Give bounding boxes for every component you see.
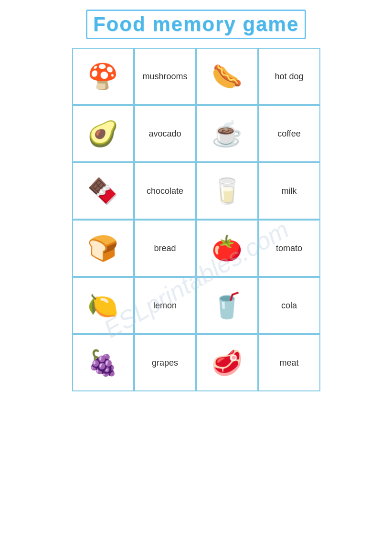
food-label-tomato: tomato	[276, 243, 302, 253]
card-4-3: cola	[258, 277, 320, 334]
card-1-3: coffee	[258, 105, 320, 162]
food-label-bread: bread	[154, 243, 176, 253]
card-3-3: tomato	[258, 220, 320, 277]
food-image-coffee: ☕	[208, 115, 246, 153]
food-image-hot-dog: 🌭	[208, 57, 246, 95]
food-emoji-coffee: ☕	[212, 121, 243, 146]
card-3-2: 🍅	[196, 220, 258, 277]
food-emoji-grapes: 🍇	[87, 350, 118, 375]
card-2-1: chocolate	[134, 162, 196, 220]
card-0-2: 🌭	[196, 48, 258, 105]
card-3-0: 🍞	[72, 220, 134, 277]
card-4-2: 🥤	[196, 277, 258, 334]
food-emoji-meat: 🥩	[212, 350, 243, 375]
food-image-avocado: 🥑	[84, 115, 122, 153]
card-0-1: mushrooms	[134, 48, 196, 105]
card-5-0: 🍇	[72, 334, 134, 391]
food-emoji-hot-dog: 🌭	[212, 64, 243, 89]
card-1-1: avocado	[134, 105, 196, 162]
food-emoji-lemon: 🍋	[87, 293, 118, 318]
card-2-3: milk	[258, 162, 320, 220]
food-emoji-bread: 🍞	[87, 236, 118, 261]
food-emoji-milk: 🥛	[212, 179, 243, 203]
card-5-1: grapes	[134, 334, 196, 391]
card-2-2: 🥛	[196, 162, 258, 220]
food-label-mushrooms: mushrooms	[142, 72, 187, 82]
food-label-avocado: avocado	[148, 129, 181, 139]
card-3-1: bread	[134, 220, 196, 277]
food-emoji-mushrooms: 🍄	[87, 64, 118, 89]
food-label-chocolate: chocolate	[147, 186, 183, 196]
food-emoji-chocolate: 🍫	[87, 179, 118, 203]
food-image-mushrooms: 🍄	[84, 57, 122, 95]
food-label-hot-dog: hot dog	[275, 72, 303, 82]
page-title: Food memory game	[86, 10, 306, 39]
card-0-3: hot dog	[258, 48, 320, 105]
food-label-coffee: coffee	[277, 129, 301, 139]
card-4-0: 🍋	[72, 277, 134, 334]
food-image-grapes: 🍇	[84, 344, 122, 382]
food-image-lemon: 🍋	[84, 286, 122, 325]
food-image-tomato: 🍅	[208, 229, 246, 267]
food-grid: 🍄mushrooms🌭hot dog🥑avocado☕coffee🍫chocol…	[72, 48, 320, 391]
card-4-1: lemon	[134, 277, 196, 334]
food-image-meat: 🥩	[208, 344, 246, 382]
food-label-lemon: lemon	[153, 301, 177, 311]
food-image-chocolate: 🍫	[84, 172, 122, 210]
food-image-bread: 🍞	[84, 229, 122, 267]
food-label-cola: cola	[281, 301, 297, 311]
food-label-milk: milk	[282, 186, 297, 196]
food-emoji-tomato: 🍅	[212, 236, 243, 261]
food-image-milk: 🥛	[208, 172, 246, 210]
card-1-0: 🥑	[72, 105, 134, 162]
card-2-0: 🍫	[72, 162, 134, 220]
card-5-3: meat	[258, 334, 320, 391]
food-emoji-cola: 🥤	[212, 293, 243, 318]
food-label-meat: meat	[279, 358, 298, 368]
food-label-grapes: grapes	[152, 358, 178, 368]
card-1-2: ☕	[196, 105, 258, 162]
food-emoji-avocado: 🥑	[87, 121, 118, 146]
food-image-cola: 🥤	[208, 286, 246, 325]
card-5-2: 🥩	[196, 334, 258, 391]
card-0-0: 🍄	[72, 48, 134, 105]
